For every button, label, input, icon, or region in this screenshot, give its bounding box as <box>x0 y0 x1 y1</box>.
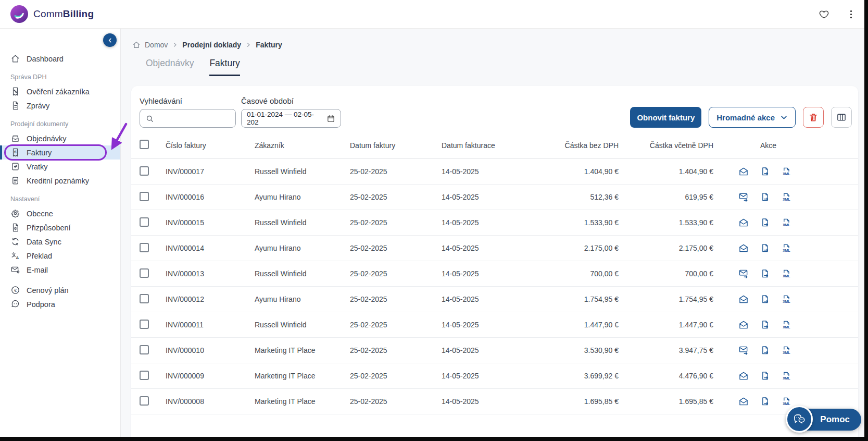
receipt-euro-icon: € <box>10 148 20 157</box>
search-label: Vyhledávání <box>140 96 236 107</box>
download-xml-icon[interactable]: XML <box>781 294 791 304</box>
download-xml-icon[interactable]: XML <box>781 320 791 330</box>
download-xml-icon[interactable]: XML <box>781 396 791 407</box>
sidebar-item-e-mail[interactable]: E-mail <box>0 263 120 277</box>
favorites-heart-icon[interactable] <box>817 8 830 20</box>
export-document-icon[interactable] <box>760 294 770 304</box>
select-all-checkbox[interactable] <box>140 140 149 149</box>
export-document-icon[interactable] <box>760 345 770 356</box>
sidebar-collapse-button[interactable] <box>103 33 117 47</box>
tab-faktury[interactable]: Faktury <box>209 58 240 76</box>
mail-open-icon[interactable] <box>738 217 749 228</box>
mail-open-icon[interactable] <box>738 243 749 253</box>
kebab-menu-icon[interactable] <box>845 8 857 20</box>
row-checkbox[interactable] <box>140 371 149 380</box>
support-icon <box>10 299 20 309</box>
download-xml-icon[interactable]: XML <box>781 192 791 202</box>
sidebar-item-label: E-mail <box>27 266 48 274</box>
sidebar-divider <box>0 277 120 283</box>
search-input[interactable] <box>158 114 230 123</box>
mail-open-icon[interactable] <box>738 396 749 407</box>
breadcrumb-domov[interactable]: Domov <box>145 41 168 49</box>
breadcrumb-prodejni-doklady[interactable]: Prodejní doklady <box>182 41 241 49</box>
sidebar-item-preklad[interactable]: APřeklad <box>0 249 120 263</box>
invoice-number-cell: INV/000010 <box>166 346 255 354</box>
export-document-icon[interactable] <box>760 396 770 407</box>
invoice-date-cell: 25-02-2025 <box>350 270 442 278</box>
row-checkbox[interactable] <box>140 345 149 354</box>
sidebar-item-overeni-zakaznika[interactable]: Ověření zákazníka <box>0 84 120 99</box>
export-document-icon[interactable] <box>760 192 770 202</box>
export-document-icon[interactable] <box>760 217 770 228</box>
refresh-invoices-button[interactable]: Obnovit faktury <box>630 107 701 128</box>
sidebar-item-label: Podpora <box>27 300 55 309</box>
invoice-row: INV/000016 Ayumu Hirano 25-02-2025 14-05… <box>131 185 858 210</box>
sidebar-item-objednavky[interactable]: Objednávky <box>0 131 120 145</box>
sidebar-item-label: Obecne <box>27 210 53 218</box>
invoice-row: INV/000015 Russell Winfield 25-02-2025 1… <box>131 210 858 236</box>
sidebar-item-faktury[interactable]: €Faktury <box>0 145 120 160</box>
download-xml-icon[interactable]: XML <box>781 371 791 381</box>
row-checkbox[interactable] <box>140 243 149 252</box>
row-checkbox[interactable] <box>140 217 149 227</box>
sidebar-item-podpora[interactable]: Podpora <box>0 297 120 311</box>
columns-button[interactable] <box>831 107 852 128</box>
invoice-number-cell: INV/000014 <box>166 244 255 252</box>
sidebar-item-obecne[interactable]: Obecne <box>0 206 120 220</box>
sidebar-item-label: Kreditní poznámky <box>27 177 89 185</box>
invoice-date-cell: 25-02-2025 <box>350 218 442 227</box>
row-checkbox[interactable] <box>140 166 149 176</box>
invoice-date-cell: 25-02-2025 <box>350 346 442 354</box>
download-xml-icon[interactable]: XML <box>781 166 791 177</box>
col-header-billing-date: Datum fakturace <box>442 141 561 150</box>
sidebar-item-dashboard[interactable]: Dashboard <box>0 52 120 66</box>
sidebar-item-data-sync[interactable]: Data Sync <box>0 235 120 249</box>
mail-open-icon[interactable] <box>738 294 749 304</box>
mail-send-icon[interactable] <box>738 192 749 202</box>
mail-open-icon[interactable] <box>738 166 749 177</box>
amount-gross-cell: 1.754,95 € <box>619 295 713 303</box>
calendar-icon <box>326 114 335 123</box>
download-xml-icon[interactable]: XML <box>781 268 791 279</box>
sidebar-item-cenovy-plan[interactable]: €Cenový plán <box>0 283 120 297</box>
invoice-row: INV/000009 Marketing IT Place 25-02-2025… <box>131 363 858 389</box>
mail-open-icon[interactable] <box>738 371 749 381</box>
customer-cell: Ayumu Hirano <box>255 295 350 303</box>
export-document-icon[interactable] <box>760 371 770 381</box>
toolbar-buttons: Obnovit faktury Hromadné akce <box>630 107 852 128</box>
billing-date-cell: 14-05-2025 <box>442 321 561 329</box>
row-checkbox[interactable] <box>140 192 149 201</box>
export-document-icon[interactable] <box>760 268 770 279</box>
sidebar-item-kreditni-poznamky[interactable]: Kreditní poznámky <box>0 174 120 188</box>
sidebar-section-nastaveni: Nastavení <box>10 195 110 204</box>
tab-objednavky[interactable]: Objednávky <box>146 58 194 76</box>
export-document-icon[interactable] <box>760 320 770 330</box>
svg-text:XML: XML <box>783 274 790 278</box>
download-xml-icon[interactable]: XML <box>781 217 791 228</box>
svg-text:XML: XML <box>783 172 790 176</box>
export-document-icon[interactable] <box>760 166 770 177</box>
export-document-icon[interactable] <box>760 243 770 253</box>
help-button[interactable]: Pomoc <box>788 409 861 431</box>
mail-send-icon[interactable] <box>738 268 749 279</box>
search-icon <box>145 114 154 123</box>
row-actions: XML <box>713 166 850 177</box>
row-checkbox[interactable] <box>140 320 149 329</box>
amount-net-cell: 3.699,92 € <box>561 372 619 380</box>
invoice-number-cell: INV/000017 <box>166 167 255 176</box>
col-header-amount-gross: Částka včetně DPH <box>619 141 713 150</box>
row-checkbox[interactable] <box>140 396 149 406</box>
download-xml-icon[interactable]: XML <box>781 345 791 356</box>
sidebar-item-vratky[interactable]: Vratky <box>0 160 120 174</box>
row-checkbox[interactable] <box>140 294 149 303</box>
delete-button[interactable] <box>803 107 824 128</box>
download-xml-icon[interactable]: XML <box>781 243 791 253</box>
customer-cell: Russell Winfield <box>255 270 350 278</box>
date-range-input[interactable]: 01-01-2024 — 02-05-202 <box>241 109 341 128</box>
row-checkbox[interactable] <box>140 268 149 278</box>
sidebar-item-prizpusobeni[interactable]: Přizpůsobení <box>0 220 120 235</box>
sidebar-item-zpravy[interactable]: Zprávy <box>0 99 120 113</box>
mail-open-icon[interactable] <box>738 320 749 330</box>
bulk-actions-button[interactable]: Hromadné akce <box>709 107 796 128</box>
mail-send-icon[interactable] <box>738 345 749 356</box>
